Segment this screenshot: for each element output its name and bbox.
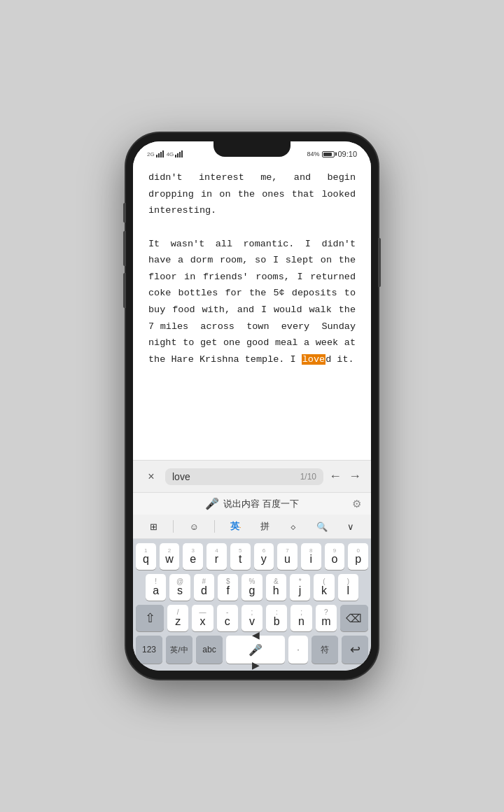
battery-percent: 84% (307, 150, 319, 158)
keyboard-row-2: !a @s #d $f %g &h *j (k )l (136, 574, 368, 601)
ime-grid-icon[interactable]: ⊞ (146, 520, 162, 533)
ime-settings-icon[interactable]: ⚙ (352, 498, 361, 510)
key-n[interactable]: ;n (290, 605, 312, 631)
ime-english-button[interactable]: 英· (226, 519, 245, 534)
key-lang-switch[interactable]: 英/中 (166, 636, 192, 664)
shift-key[interactable]: ⇧ (136, 605, 164, 631)
key-m[interactable]: ?m (316, 605, 337, 631)
ime-cursor-icon[interactable]: ⬦ (286, 519, 301, 534)
ime-suggestion-text: 说出内容 百度一下 (223, 498, 299, 510)
key-d[interactable]: #d (194, 574, 214, 601)
backspace-key[interactable]: ⌫ (340, 605, 368, 631)
key-abc[interactable]: abc (196, 636, 223, 664)
paragraph-2: It wasn't all romantic. I didn't have a … (148, 236, 356, 368)
power-button[interactable] (378, 238, 381, 287)
battery-icon (322, 151, 335, 158)
signal-bar-1 (156, 150, 164, 158)
key-w[interactable]: 2w (160, 543, 180, 570)
return-key[interactable]: ↩ (342, 636, 368, 664)
space-key[interactable]: ◀ 🎤 ▶ (226, 636, 285, 664)
key-i[interactable]: 8i (301, 543, 321, 570)
key-p[interactable]: 0p (348, 543, 368, 570)
network-label2: 4G (167, 151, 174, 158)
battery-time: 84% 09:10 (307, 150, 357, 158)
space-mic-right: ▶ (252, 659, 260, 671)
volume-down-button[interactable] (123, 273, 126, 308)
search-bar: × love 1/10 ← → (133, 460, 371, 492)
microphone-icon[interactable]: 🎤 (248, 643, 262, 657)
keyboard-bottom-row: 123 英/中 abc ◀ 🎤 ▶ · 符 ↩ (136, 636, 368, 664)
key-s[interactable]: @s (169, 574, 190, 601)
key-y[interactable]: 6y (254, 543, 274, 570)
ime-toolbar: ⊞ ☺ 英· 拼 ⬦ 🔍 ∨ (133, 514, 371, 539)
key-t[interactable]: 5t (230, 543, 251, 570)
key-u[interactable]: 7u (277, 543, 298, 570)
key-symbol[interactable]: 符 (312, 636, 338, 664)
search-prev-button[interactable]: ← (329, 469, 342, 484)
screen: 2G 4G 84% (133, 141, 371, 671)
key-z[interactable]: /z (167, 605, 188, 631)
phone-shell: 2G 4G 84% (126, 133, 378, 679)
network-label: 2G (147, 151, 155, 158)
signal-bar-2 (175, 150, 183, 158)
ime-emoji-icon[interactable]: ☺ (185, 520, 202, 533)
ime-search-icon[interactable]: 🔍 (312, 520, 332, 533)
search-close-button[interactable]: × (143, 470, 160, 483)
key-c[interactable]: -c (217, 605, 238, 631)
time-display: 09:10 (337, 150, 357, 158)
key-x[interactable]: —x (192, 605, 213, 631)
keyboard: 1q 2w 3e 4r 5t 6y 7u 8i 9o 0p !a @s #d $… (133, 539, 371, 671)
key-f[interactable]: $f (218, 574, 238, 601)
key-q[interactable]: 1q (136, 543, 156, 570)
search-navigation: ← → (329, 469, 361, 484)
space-mic-left: ◀ (252, 629, 260, 640)
highlighted-word: love (302, 354, 326, 365)
ime-top-bar: 🎤 说出内容 百度一下 ⚙ (133, 492, 371, 514)
key-123[interactable]: 123 (136, 636, 162, 664)
paragraph-1: didn't interest me, and begin dropping i… (148, 169, 356, 219)
key-o[interactable]: 9o (325, 543, 345, 570)
key-l[interactable]: )l (338, 574, 358, 601)
ime-collapse-icon[interactable]: ∨ (343, 520, 358, 533)
key-r[interactable]: 4r (206, 543, 227, 570)
key-period[interactable]: · (288, 636, 308, 664)
volume-up-button[interactable] (123, 231, 126, 266)
ime-divider-1 (173, 520, 174, 533)
search-input-wrapper[interactable]: love 1/10 (165, 468, 323, 485)
ime-divider-2 (214, 520, 215, 533)
paragraph-2-before: It wasn't all romantic. I didn't have a … (148, 239, 356, 365)
signal-indicators: 2G 4G (147, 150, 183, 158)
reading-text: didn't interest me, and begin dropping i… (148, 169, 356, 368)
volume-silent-button[interactable] (123, 203, 126, 223)
key-v[interactable]: ;v (241, 605, 262, 631)
notch (214, 141, 290, 157)
search-count: 1/10 (300, 472, 316, 482)
key-b[interactable]: :b (266, 605, 287, 631)
paragraph-2-after: d it. (326, 354, 354, 365)
key-h[interactable]: &h (266, 574, 286, 601)
key-a[interactable]: !a (146, 574, 166, 601)
key-g[interactable]: %g (241, 574, 262, 601)
keyboard-row-1: 1q 2w 3e 4r 5t 6y 7u 8i 9o 0p (136, 543, 368, 570)
search-next-button[interactable]: → (349, 469, 361, 484)
search-input[interactable]: love (172, 471, 190, 482)
reading-area: didn't interest me, and begin dropping i… (133, 164, 371, 460)
key-j[interactable]: *j (290, 574, 310, 601)
keyboard-row-3: ⇧ /z —x -c ;v :b ;n ?m ⌫ (136, 605, 368, 631)
key-e[interactable]: 3e (183, 543, 203, 570)
key-k[interactable]: (k (314, 574, 334, 601)
ime-pinyin-button[interactable]: 拼 (256, 519, 274, 534)
voice-icon[interactable]: 🎤 (205, 497, 219, 510)
